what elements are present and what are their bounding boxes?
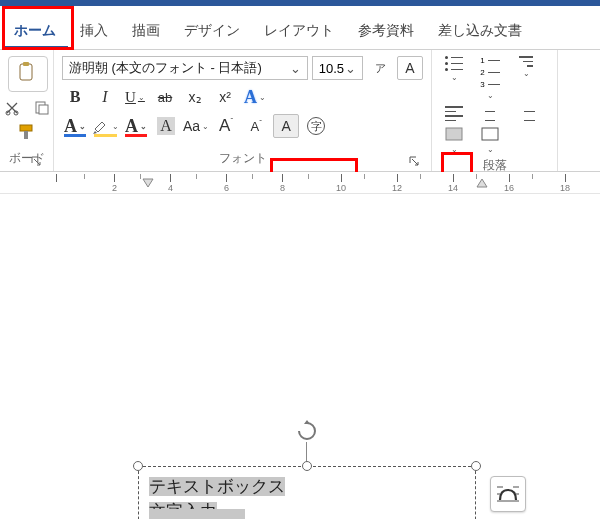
change-case-button[interactable]: Aa⌄ xyxy=(183,114,209,138)
superscript-button[interactable]: x² xyxy=(212,85,238,109)
rotate-handle-icon[interactable] xyxy=(296,420,318,442)
subscript-button[interactable]: x₂ xyxy=(182,85,208,109)
group-label-clipboard: ボード xyxy=(8,147,45,171)
svg-rect-9 xyxy=(482,128,498,140)
shrink-font-button[interactable]: Aˇ xyxy=(243,114,269,138)
font-label-text: フォント xyxy=(219,151,267,165)
tab-home[interactable]: ホーム xyxy=(2,12,68,49)
align-right-button[interactable] xyxy=(512,106,540,121)
tab-design[interactable]: デザイン xyxy=(172,12,252,49)
numbering-button[interactable]: 123 ⌄ xyxy=(476,56,504,100)
resize-handle-tl[interactable] xyxy=(133,461,143,471)
group-label-font: フォント xyxy=(62,147,423,171)
grow-font-button[interactable]: Aˆ xyxy=(213,114,239,138)
paragraph-label-text: 段落 xyxy=(483,158,507,172)
highlight-color-button[interactable]: ⌄ xyxy=(92,114,119,138)
svg-rect-0 xyxy=(20,64,32,80)
cut-button[interactable] xyxy=(0,98,25,118)
svg-rect-1 xyxy=(23,62,29,66)
chevron-down-icon: ⌄ xyxy=(345,61,356,76)
align-left-button[interactable] xyxy=(440,106,468,121)
copy-button[interactable] xyxy=(29,98,55,118)
tab-references[interactable]: 参考資料 xyxy=(346,12,426,49)
strikethrough-button[interactable]: ab xyxy=(152,85,178,109)
resize-handle-tr[interactable] xyxy=(471,461,481,471)
underline-button[interactable]: U⌄ xyxy=(122,85,148,109)
text-box[interactable]: テキストボックス 文字入力 xyxy=(138,466,476,519)
circled-char-button[interactable]: 字 xyxy=(303,114,329,138)
group-clipboard: ボード xyxy=(0,50,54,171)
borders-button[interactable]: ⌄ xyxy=(476,127,504,154)
font-launcher[interactable] xyxy=(407,154,421,168)
document-canvas[interactable]: テキストボックス 文字入力 xyxy=(0,194,600,519)
font-size-combo[interactable]: 10.5 ⌄ xyxy=(312,56,363,80)
selection-highlight xyxy=(149,509,245,519)
ruler[interactable]: 24681012141618 xyxy=(0,172,600,194)
first-line-indent-marker[interactable] xyxy=(142,178,154,190)
shading-button[interactable]: ⌄ xyxy=(440,127,468,154)
group-font: 游明朝 (本文のフォント - 日本語) ⌄ 10.5 ⌄ ア A B I U⌄ … xyxy=(54,50,432,171)
paste-button[interactable] xyxy=(8,56,48,92)
tab-insert[interactable]: 挿入 xyxy=(68,12,120,49)
char-border-button[interactable]: A xyxy=(397,56,423,80)
ruby-button[interactable]: ア xyxy=(367,56,393,80)
font-name-value: 游明朝 (本文のフォント - 日本語) xyxy=(69,59,262,77)
font-name-combo[interactable]: 游明朝 (本文のフォント - 日本語) ⌄ xyxy=(62,56,308,80)
char-shading-button[interactable]: A xyxy=(153,114,179,138)
svg-rect-7 xyxy=(24,131,28,139)
tab-layout[interactable]: レイアウト xyxy=(252,12,346,49)
font-outline-button[interactable]: A⌄ xyxy=(62,114,88,138)
bullets-button[interactable]: ⌄ xyxy=(440,56,468,100)
text-line-1: テキストボックス xyxy=(149,477,285,496)
ribbon-tabs: ホーム 挿入 描画 デザイン レイアウト 参考資料 差し込み文書 xyxy=(0,6,600,50)
ruler-track: 24681012141618 xyxy=(56,172,600,194)
enclosed-char-button[interactable]: A xyxy=(273,114,299,138)
clipboard-launcher[interactable] xyxy=(29,154,43,168)
svg-rect-6 xyxy=(20,125,32,131)
italic-button[interactable]: I xyxy=(92,85,118,109)
multilevel-button[interactable]: ⌄ xyxy=(512,56,540,100)
chevron-down-icon: ⌄ xyxy=(290,61,301,76)
ribbon: ボード 游明朝 (本文のフォント - 日本語) ⌄ 10.5 ⌄ ア A B I xyxy=(0,50,600,172)
bold-button[interactable]: B xyxy=(62,85,88,109)
align-center-button[interactable] xyxy=(476,106,504,121)
layout-options-button[interactable] xyxy=(490,476,526,512)
tab-mailings[interactable]: 差し込み文書 xyxy=(426,12,534,49)
right-indent-marker[interactable] xyxy=(476,178,488,190)
svg-rect-5 xyxy=(39,105,48,114)
font-color-button[interactable]: A⌄ xyxy=(123,114,149,138)
svg-rect-8 xyxy=(446,128,462,140)
font-size-value: 10.5 xyxy=(319,61,344,76)
format-painter-button[interactable] xyxy=(14,122,40,142)
tab-draw[interactable]: 描画 xyxy=(120,12,172,49)
text-effects-button[interactable]: A⌄ xyxy=(242,85,268,109)
resize-handle-t[interactable] xyxy=(302,461,312,471)
group-paragraph: ⌄ 123 ⌄ ⌄ ⌄ ⌄ 段落 xyxy=(432,50,558,171)
